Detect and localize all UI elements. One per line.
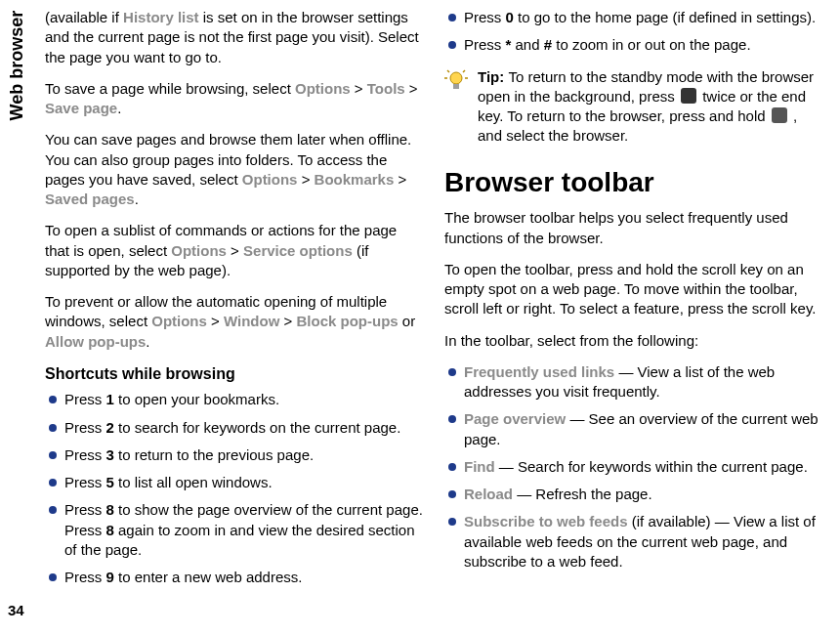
section-heading: Browser toolbar xyxy=(444,164,822,201)
text: Press xyxy=(64,569,106,585)
key: 8 xyxy=(106,501,114,518)
ui-term: Page overview xyxy=(464,410,566,427)
text: Press xyxy=(64,474,106,490)
text: again to zoom in and view the desired se… xyxy=(64,522,415,558)
text: Press xyxy=(64,391,106,407)
text: To save a page while browsing, select xyxy=(45,80,295,97)
list-item: Reload — Refresh the page. xyxy=(444,485,822,504)
ui-term: Block pop-ups xyxy=(296,313,398,329)
ui-term: Options xyxy=(295,80,351,97)
list-item: Page overview — See an overview of the c… xyxy=(444,409,822,449)
list-item: Press 2 to search for keywords on the cu… xyxy=(45,418,423,438)
paragraph: (available if History list is set on in … xyxy=(45,8,423,67)
key: 9 xyxy=(106,569,114,585)
text: Press xyxy=(464,36,506,53)
manual-page: Web browser 34 (available if History lis… xyxy=(0,0,840,635)
text: Press xyxy=(64,501,106,518)
content-columns: (available if History list is set on in … xyxy=(33,0,840,635)
list-item: Press 9 to enter a new web address. xyxy=(45,568,423,587)
text: Press xyxy=(64,419,106,436)
paragraph: In the toolbar, select from the followin… xyxy=(444,331,822,351)
text: > xyxy=(405,80,418,97)
ui-term: Saved pages xyxy=(45,190,135,207)
text: > xyxy=(394,171,406,188)
text: to open your bookmarks. xyxy=(114,391,279,407)
key: 1 xyxy=(106,391,114,407)
text: and xyxy=(511,36,543,53)
shortcut-list-cont: Press 0 to go to the home page (if defin… xyxy=(444,8,822,64)
svg-point-0 xyxy=(450,72,462,84)
text: (available if xyxy=(45,9,123,25)
menu-key-icon xyxy=(772,107,787,123)
text: > xyxy=(351,80,367,97)
paragraph: You can save pages and browse them later… xyxy=(45,130,423,209)
ui-term: Options xyxy=(242,171,298,188)
text: . xyxy=(146,333,149,350)
ui-term: Service options xyxy=(243,242,353,259)
text: to go to the home page (if defined in se… xyxy=(514,9,816,25)
text: to list all open windows. xyxy=(114,474,273,490)
text: Press xyxy=(464,9,506,25)
text: to zoom in or out on the page. xyxy=(552,36,750,53)
lightbulb-icon xyxy=(444,69,468,93)
subheading: Shortcuts while browsing xyxy=(45,363,423,385)
toolbar-list: Frequently used links — View a list of t… xyxy=(444,362,822,579)
ui-term: Bookmarks xyxy=(315,171,395,188)
text: > xyxy=(279,313,296,329)
ui-term: History list xyxy=(123,9,199,25)
tip-label: Tip: xyxy=(478,68,508,85)
paragraph: To save a page while browsing, select Op… xyxy=(45,79,423,119)
ui-term: Subscribe to web feeds xyxy=(464,513,628,529)
text: or xyxy=(399,313,416,329)
paragraph: To open a sublist of commands or actions… xyxy=(45,221,423,280)
ui-term: Window xyxy=(224,313,279,329)
text: . xyxy=(117,100,121,116)
paragraph: To prevent or allow the automatic openin… xyxy=(45,292,423,352)
list-item: Press * and # to zoom in or out on the p… xyxy=(444,35,822,55)
list-item: Press 5 to list all open windows. xyxy=(45,473,423,492)
text: — Refresh the page. xyxy=(513,486,652,502)
text: > xyxy=(297,171,314,188)
list-item: Subscribe to web feeds (if available) — … xyxy=(444,512,822,572)
text: . xyxy=(135,190,139,207)
paragraph: To open the toolbar, press and hold the … xyxy=(444,260,822,319)
text: Press xyxy=(64,446,106,463)
side-tab-label: Web browser xyxy=(5,11,28,121)
text: > xyxy=(207,313,224,329)
text: — Search for keywords within the current… xyxy=(495,458,808,475)
key: 0 xyxy=(506,9,514,25)
ui-term: Find xyxy=(464,458,495,475)
key: 8 xyxy=(106,522,114,538)
key: 3 xyxy=(106,446,114,463)
ui-term: Options xyxy=(171,242,227,259)
key: 5 xyxy=(106,474,114,490)
ui-term: Frequently used links xyxy=(464,363,614,380)
text: > xyxy=(227,242,243,259)
text: to enter a new web address. xyxy=(114,569,303,585)
ui-term: Save page xyxy=(45,100,117,116)
list-item: Press 1 to open your bookmarks. xyxy=(45,390,423,409)
tip-text: Tip: To return to the standby mode with … xyxy=(478,67,822,147)
list-item: Frequently used links — View a list of t… xyxy=(444,362,822,402)
ui-term: Allow pop-ups xyxy=(45,333,146,350)
list-item: Find — Search for keywords within the cu… xyxy=(444,457,822,477)
browser-key-icon xyxy=(681,88,696,104)
left-column: (available if History list is set on in … xyxy=(45,8,423,627)
text: to return to the previous page. xyxy=(114,446,314,463)
key: # xyxy=(544,36,552,53)
list-item: Press 0 to go to the home page (if defin… xyxy=(444,8,822,27)
ui-term: Options xyxy=(151,313,207,329)
tip-block: Tip: To return to the standby mode with … xyxy=(444,67,822,147)
paragraph: The browser toolbar helps you select fre… xyxy=(444,208,822,248)
text: to search for keywords on the current pa… xyxy=(114,419,401,436)
list-item: Press 3 to return to the previous page. xyxy=(45,445,423,465)
svg-line-5 xyxy=(463,70,465,72)
list-item: Press 8 to show the page overview of the… xyxy=(45,500,423,560)
key: 2 xyxy=(106,419,114,436)
ui-term: Tools xyxy=(367,80,405,97)
ui-term: Reload xyxy=(464,486,513,502)
svg-line-4 xyxy=(447,70,449,72)
page-number: 34 xyxy=(8,601,24,620)
right-column: Press 0 to go to the home page (if defin… xyxy=(444,8,822,627)
svg-rect-1 xyxy=(453,84,459,89)
